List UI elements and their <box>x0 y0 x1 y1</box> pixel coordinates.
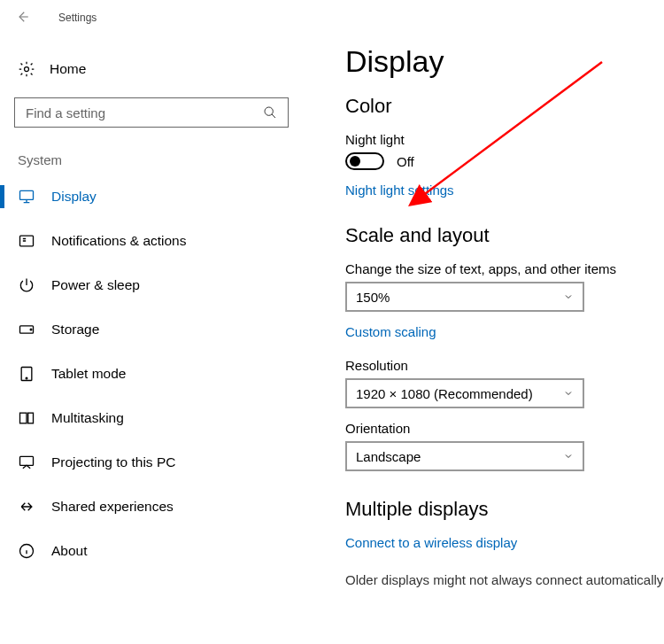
home-button[interactable]: Home <box>14 50 280 89</box>
orientation-label: Orientation <box>345 421 663 436</box>
scale-combo[interactable]: 150% <box>345 282 584 312</box>
orientation-combo[interactable]: Landscape <box>345 441 584 471</box>
tablet-icon <box>18 365 35 383</box>
svg-point-5 <box>30 329 32 330</box>
orientation-value: Landscape <box>356 449 421 464</box>
svg-rect-3 <box>20 236 34 246</box>
app-title: Settings <box>58 12 97 24</box>
cut-off-text: Older displays might not always connect … <box>345 572 663 587</box>
night-light-settings-link[interactable]: Night light settings <box>345 182 663 198</box>
sidebar-item-display[interactable]: Display <box>14 175 280 219</box>
sidebar-item-tablet[interactable]: Tablet mode <box>14 352 280 396</box>
resolution-label: Resolution <box>345 358 663 373</box>
color-heading: Color <box>345 95 663 118</box>
connect-wireless-link[interactable]: Connect to a wireless display <box>345 535 517 550</box>
night-light-state: Off <box>397 154 414 169</box>
storage-icon <box>18 321 35 338</box>
search-input[interactable] <box>24 105 261 121</box>
sidebar-item-label: About <box>51 543 88 559</box>
scale-heading: Scale and layout <box>345 224 663 247</box>
back-button[interactable] <box>7 2 37 32</box>
back-arrow-icon <box>14 9 30 25</box>
main-panel: Display Color Night light Off Night ligh… <box>294 34 664 644</box>
search-box[interactable] <box>14 97 289 128</box>
sidebar-item-label: Shared experiences <box>51 499 174 515</box>
sidebar: Home System Display Notifications & acti… <box>0 34 294 644</box>
sidebar-item-label: Notifications & actions <box>51 233 187 249</box>
multiple-displays-heading: Multiple displays <box>345 498 663 521</box>
notifications-icon <box>18 232 35 250</box>
resolution-value: 1920 × 1080 (Recommended) <box>356 386 533 401</box>
scale-value: 150% <box>356 290 390 305</box>
chevron-down-icon <box>563 290 574 305</box>
sidebar-item-storage[interactable]: Storage <box>14 307 280 352</box>
page-title: Display <box>345 44 663 79</box>
titlebar: Settings <box>0 0 664 34</box>
projecting-icon <box>18 454 35 471</box>
sidebar-item-power[interactable]: Power & sleep <box>14 263 280 307</box>
sidebar-item-label: Projecting to this PC <box>51 454 175 470</box>
shared-icon <box>18 498 35 516</box>
sidebar-item-label: Tablet mode <box>51 366 126 382</box>
sidebar-item-notifications[interactable]: Notifications & actions <box>14 219 280 263</box>
sidebar-item-label: Storage <box>51 322 99 338</box>
multitasking-icon <box>18 409 35 427</box>
sidebar-item-label: Display <box>51 189 97 205</box>
svg-rect-10 <box>20 456 34 465</box>
resolution-combo[interactable]: 1920 × 1080 (Recommended) <box>345 378 584 408</box>
night-light-toggle[interactable] <box>345 152 384 170</box>
svg-rect-9 <box>28 413 34 423</box>
sidebar-item-multitasking[interactable]: Multitasking <box>14 396 280 440</box>
sidebar-item-label: Multitasking <box>51 410 124 426</box>
svg-point-0 <box>25 67 29 72</box>
svg-point-7 <box>26 377 27 379</box>
custom-scaling-link[interactable]: Custom scaling <box>345 324 436 339</box>
night-light-label: Night light <box>345 132 663 147</box>
scale-label: Change the size of text, apps, and other… <box>345 261 663 276</box>
chevron-down-icon <box>563 386 574 401</box>
svg-rect-8 <box>20 413 27 423</box>
info-icon <box>18 542 35 560</box>
sidebar-item-about[interactable]: About <box>14 529 280 573</box>
svg-point-1 <box>265 107 273 115</box>
power-icon <box>18 276 35 294</box>
search-icon <box>261 104 279 121</box>
monitor-icon <box>18 188 35 206</box>
sidebar-item-shared[interactable]: Shared experiences <box>14 485 280 529</box>
svg-rect-2 <box>20 190 34 199</box>
sidebar-item-label: Power & sleep <box>51 277 140 293</box>
sidebar-item-projecting[interactable]: Projecting to this PC <box>14 440 280 485</box>
section-label: System <box>14 152 280 167</box>
chevron-down-icon <box>563 449 574 464</box>
home-label: Home <box>50 61 86 77</box>
gear-icon <box>18 60 35 78</box>
